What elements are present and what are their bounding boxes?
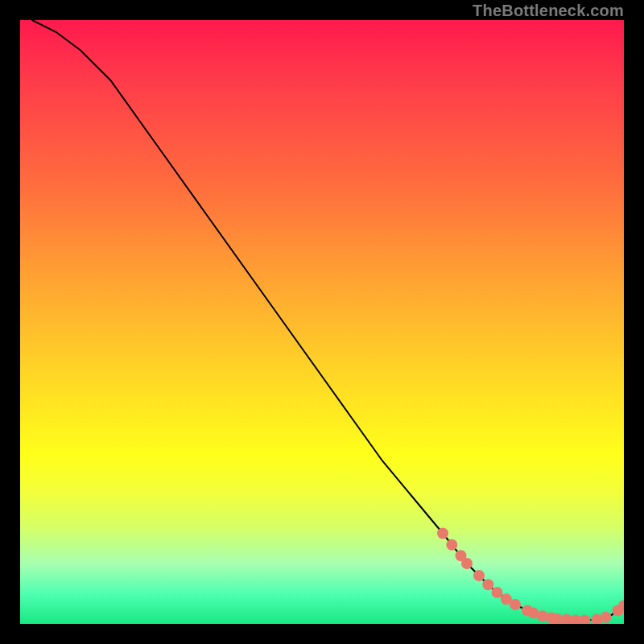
highlighted-point <box>473 570 485 581</box>
highlighted-point <box>492 587 503 598</box>
highlighted-point <box>601 612 612 623</box>
chart-frame <box>20 20 624 624</box>
highlighted-point <box>461 558 473 569</box>
highlighted-point <box>446 539 457 551</box>
bottleneck-curve-line <box>32 20 624 621</box>
highlighted-points-group <box>437 528 624 625</box>
highlighted-point <box>579 615 590 625</box>
highlighted-point <box>510 599 521 610</box>
highlighted-point <box>437 528 448 539</box>
highlighted-point <box>482 579 493 590</box>
watermark-text: TheBottleneck.com <box>473 2 624 20</box>
chart-plot <box>20 20 624 624</box>
